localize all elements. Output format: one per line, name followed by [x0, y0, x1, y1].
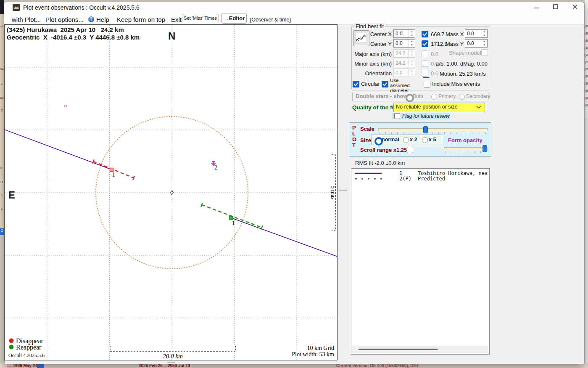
menu-observer-time[interactable]: {Observer & time}	[250, 17, 291, 23]
size-x2-radio[interactable]	[403, 137, 409, 143]
menu-help[interactable]: Help	[96, 16, 109, 23]
menu-exit[interactable]: Exit	[171, 16, 182, 23]
mass-y-label: Mass Y	[446, 41, 464, 47]
scale-slider-ticks	[380, 132, 486, 134]
scale-slider-track[interactable]	[378, 128, 488, 131]
circular-checkbox[interactable]	[353, 81, 359, 87]
background-left-top	[0, 0, 4, 14]
include-miss-label: Include Miss events	[432, 81, 480, 87]
close-button[interactable]	[569, 3, 581, 11]
fit-x-value: 669.7	[431, 31, 445, 37]
plot-version-label: Occult 4.2025.5.6	[8, 352, 45, 358]
mass-x-spinner[interactable]: 0.0▲▼	[465, 29, 488, 38]
observer-list[interactable]	[351, 168, 490, 355]
legend-reappear-label: Reappear	[16, 344, 42, 351]
chevron-down-icon[interactable]	[476, 105, 481, 109]
shape-model-checkbox[interactable]	[481, 49, 488, 56]
fit-x-checkbox[interactable]	[422, 31, 428, 37]
bg-fragment: (B	[585, 74, 588, 82]
opacity-slider-track[interactable]	[444, 147, 488, 150]
major-axis-error: 0.0	[431, 51, 438, 57]
spin-down-icon: ▼	[481, 34, 487, 37]
bg-fragment: ir	[0, 166, 2, 170]
orientation-error: 0.0	[431, 70, 438, 77]
primary-label: Primary	[438, 93, 456, 99]
menu-with-plot[interactable]: with Plot...	[12, 16, 41, 23]
bg-fragment: 2	[1, 109, 3, 112]
occultation-plot[interactable]: 1 1 2 5 mas 20.0 km Disappear Reappear O…	[4, 24, 338, 360]
use-assumed-checkbox[interactable]	[382, 81, 388, 87]
major-axis-label: Major axis (km)	[349, 51, 392, 57]
window-title: Plot event observations : Occult v.4.202…	[23, 4, 140, 11]
bg-fragment: (B	[585, 89, 588, 96]
help-icon[interactable]: ?	[88, 16, 94, 22]
spin-down-icon: ▼	[481, 43, 487, 47]
app-icon	[13, 4, 20, 11]
bg-fragment: (B	[585, 39, 588, 46]
spin-up-icon: ▲	[409, 30, 415, 34]
plot-scroll-handle[interactable]	[167, 362, 175, 363]
bg-right-rows: (B(B(B(B(B(B(B(B(B(B(B(B	[585, 24, 588, 117]
include-miss-checkbox[interactable]	[424, 81, 430, 87]
bg-fragment: (B	[585, 96, 588, 103]
center-x-spinner[interactable]: 0.0▲▼	[393, 29, 415, 38]
observer2-name[interactable]: Predicted	[418, 176, 445, 182]
fit-y-value: 1712.8	[431, 41, 448, 47]
minimize-button[interactable]	[530, 3, 542, 11]
scale-slider-thumb[interactable]	[423, 126, 428, 133]
bg-fragment: (B	[585, 24, 588, 32]
bg-fragment: (B	[585, 67, 588, 74]
reappear-point	[229, 216, 233, 220]
both-label: Both	[413, 93, 423, 99]
major-axis-checkbox	[422, 50, 428, 57]
mass-y-spinner[interactable]: 0.0▲▼	[465, 39, 488, 48]
secondary-radio[interactable]	[459, 94, 465, 100]
bg-fragment: 04	[0, 67, 4, 71]
menu-plot-options[interactable]: Plot options...	[45, 16, 84, 23]
use-assumed-label: Use assumed diameter	[390, 78, 418, 93]
maximize-button[interactable]	[550, 3, 562, 11]
flag-review-checkbox[interactable]	[394, 113, 400, 119]
scroll-range-checkbox[interactable]	[407, 147, 413, 153]
spin-up-icon: ▲	[409, 50, 415, 53]
observer1-number[interactable]: 1	[399, 170, 402, 176]
reappear-legend-icon	[9, 345, 14, 349]
plot-width-label: Plot width: 53 km	[292, 351, 334, 357]
editor-button[interactable]: →Editor	[221, 13, 247, 24]
observer1-line-swatch	[354, 172, 382, 175]
background-left-lower	[0, 236, 4, 368]
observer2-number[interactable]: 2(P)	[399, 176, 411, 182]
spin-down-icon: ▼	[409, 53, 415, 57]
primary-radio[interactable]	[431, 94, 437, 100]
bg-fragment: (B	[585, 46, 588, 53]
secondary-label: Secondary	[466, 93, 490, 99]
motion-label: Motion: 25.23 km/s	[440, 71, 486, 77]
rms-fit-label: RMS fit -2.0 ±0.0 km	[355, 160, 405, 166]
orientation-checkbox	[422, 70, 428, 77]
plot-panel-letter-l: L	[352, 130, 356, 137]
spin-down-icon: ▼	[409, 34, 415, 37]
spin-down-icon: ▼	[409, 43, 415, 47]
size-x5-label: x 5	[429, 137, 436, 143]
east-label: E	[8, 189, 15, 201]
splitter-handle[interactable]	[339, 190, 347, 191]
opacity-slider-thumb[interactable]	[483, 145, 487, 152]
menu-keep-on-top[interactable]: Keep form on top	[117, 16, 165, 23]
observer-list-scroll-thumb[interactable]	[359, 349, 438, 350]
fit-y-checkbox[interactable]	[422, 40, 428, 47]
bg-fragment: (B	[585, 32, 588, 39]
bg-fragment: (B	[585, 60, 588, 67]
find-best-fit-legend: Find best fit	[354, 23, 385, 29]
set-miss-times-button[interactable]: Set 'Miss' Times	[182, 14, 219, 22]
plot-panel-letter-o: O	[352, 136, 356, 143]
double-stars-legend: Double stars - show	[356, 93, 408, 99]
minor-axis-checkbox	[422, 60, 428, 67]
circular-label: Circular	[361, 81, 380, 87]
size-x5-radio[interactable]	[422, 137, 428, 143]
shape-model-label: Shape model	[449, 50, 481, 56]
bg-fragment: (B	[585, 82, 588, 89]
major-axis-spinner: 24.2▲▼	[393, 49, 415, 58]
observer1-name[interactable]: Toshihiro Horikawa, nea	[418, 170, 488, 176]
plot-panel-letter-p: P	[352, 124, 356, 131]
center-y-spinner[interactable]: 0.0▲▼	[393, 39, 415, 48]
